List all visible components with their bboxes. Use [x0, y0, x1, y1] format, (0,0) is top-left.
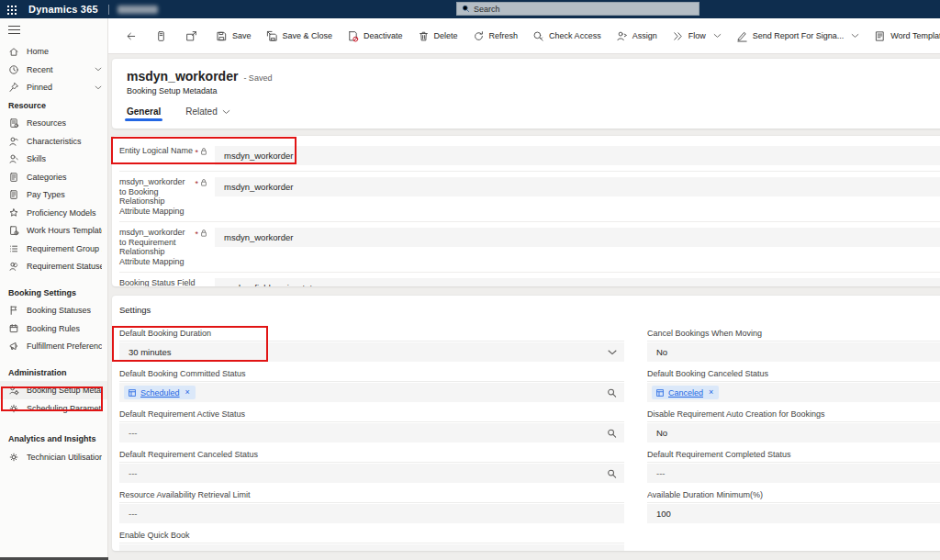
default-requirement-canceled-status-lookup[interactable]: ---	[119, 464, 624, 483]
sidebar-item-pay-types[interactable]: Pay Types	[0, 185, 107, 204]
sidebar-item-booking-setup-metadata[interactable]: Booking Setup Meta...	[0, 381, 107, 399]
word-templates-button[interactable]: Word Templates	[867, 24, 940, 48]
environment-name-redacted[interactable]	[118, 6, 158, 14]
remove-value-icon[interactable]: ×	[709, 388, 713, 397]
required-asterisk: *	[195, 180, 198, 188]
settings-right-column: Cancel Bookings When Moving No Default B…	[647, 329, 940, 551]
sidebar-item-requirement-group[interactable]: Requirement Group ...	[0, 240, 107, 258]
sidebar-section-administration: Administration	[0, 364, 107, 382]
resource-availability-retrieval-limit-input[interactable]: ---	[119, 504, 624, 523]
field-enable-quick-book: Enable Quick Book No	[119, 531, 624, 551]
chevron-down-icon[interactable]	[608, 350, 617, 355]
cancel-bookings-when-moving-select[interactable]: No	[647, 342, 940, 362]
chevron-down-icon	[713, 33, 722, 39]
sidebar-item-recent[interactable]: Recent	[0, 61, 107, 79]
hamburger-menu-icon[interactable]	[8, 26, 20, 34]
app-title[interactable]: Dynamics 365	[28, 4, 98, 15]
refresh-button[interactable]: Refresh	[465, 24, 526, 48]
assign-button[interactable]: Assign	[609, 24, 665, 48]
sidebar-item-resources[interactable]: Resources	[0, 114, 107, 132]
tab-related[interactable]: Related	[185, 106, 229, 121]
required-asterisk: *	[195, 149, 198, 157]
default-booking-duration-select[interactable]: 30 minutes	[119, 342, 624, 362]
sidebar-item-work-hours-templates[interactable]: Work Hours Templates	[0, 221, 107, 240]
global-search-box[interactable]	[456, 2, 699, 16]
back-button[interactable]	[118, 24, 144, 48]
skills-icon	[8, 153, 19, 164]
topbar-divider	[108, 5, 109, 15]
remove-value-icon[interactable]: ×	[185, 388, 190, 397]
lookup-record-link[interactable]: Canceled	[668, 388, 703, 398]
deactivate-button[interactable]: Deactivate	[340, 24, 410, 48]
field-default-booking-canceled-status: Default Booking Canceled Status Canceled…	[647, 369, 940, 402]
field-default-requirement-canceled-status: Default Requirement Canceled Status ---	[119, 450, 624, 483]
lookup-search-icon[interactable]	[607, 387, 617, 398]
calendar-icon	[8, 323, 19, 334]
waffle-menu-icon[interactable]	[6, 5, 17, 15]
sidebar-item-proficiency-models[interactable]: Proficiency Models	[0, 204, 107, 222]
signature-icon	[736, 30, 748, 42]
field-requirement-relationship-mapping: msdyn_workorder to Requirement Relations…	[119, 222, 940, 273]
save-button[interactable]: Save	[208, 24, 259, 48]
flow-button[interactable]: Flow	[665, 24, 729, 48]
sidebar-item-characteristics[interactable]: Characteristics	[0, 132, 107, 151]
booking-relationship-mapping-input[interactable]: msdyn_workorder	[215, 177, 940, 196]
sidebar-item-skills[interactable]: Skills	[0, 150, 107, 168]
sidebar-item-scheduling-parameters[interactable]: Scheduling Parameters	[0, 399, 107, 418]
send-report-button[interactable]: Send Report For Signa...	[729, 24, 867, 48]
check-access-button[interactable]: Check Access	[525, 24, 609, 48]
categories-icon	[8, 172, 19, 183]
sidebar-item-booking-statuses[interactable]: Booking Statuses	[0, 301, 107, 319]
refresh-icon	[473, 30, 485, 42]
sidebar-item-booking-rules[interactable]: Booking Rules	[0, 319, 107, 338]
sidebar-item-fulfillment-preferences[interactable]: Fulfillment Preferences	[0, 337, 107, 355]
tab-general[interactable]: General	[127, 106, 161, 121]
lookup-pill-canceled[interactable]: Canceled ×	[652, 386, 719, 399]
save-and-close-icon	[266, 30, 278, 42]
record-title-row: msdyn_workorder - Saved	[112, 59, 940, 84]
default-booking-canceled-status-lookup[interactable]: Canceled ×	[647, 383, 940, 402]
booking-setup-metadata-icon	[8, 385, 19, 396]
field-cancel-bookings-when-moving: Cancel Bookings When Moving No	[647, 329, 940, 362]
check-access-icon	[532, 30, 544, 42]
field-label: Default Booking Canceled Status	[647, 369, 940, 382]
sidebar-item-categories[interactable]: Categories	[0, 168, 107, 186]
enable-quick-book-select[interactable]: No	[119, 544, 624, 551]
sidebar-item-technician-utilisation[interactable]: Technician Utilisation...	[0, 448, 107, 466]
field-label: msdyn_workorder to Requirement Relations…	[119, 228, 195, 266]
flow-icon	[672, 30, 684, 42]
lock-icon	[200, 229, 207, 241]
sidebar-item-pinned[interactable]: Pinned	[0, 78, 107, 96]
lookup-search-icon[interactable]	[607, 468, 617, 478]
lookup-search-icon[interactable]	[607, 428, 617, 438]
lookup-pill-scheduled[interactable]: Scheduled ×	[124, 386, 196, 399]
save-and-close-button[interactable]: Save & Close	[259, 24, 341, 48]
available-duration-minimum-input[interactable]: 100	[647, 504, 940, 523]
sidebar-item-home[interactable]: Home	[0, 42, 107, 61]
lookup-record-link[interactable]: Scheduled	[140, 388, 180, 398]
disable-requirement-auto-creation-select[interactable]: No	[647, 423, 940, 442]
settings-left-column: Default Booking Duration 30 minutes Defa…	[119, 329, 624, 551]
sidebar-item-requirement-statuses[interactable]: Requirement Statuses	[0, 257, 107, 275]
entity-logical-name-input[interactable]: msdyn_workorder	[215, 146, 940, 165]
record-icon	[155, 30, 167, 42]
delete-button[interactable]: Delete	[410, 24, 465, 48]
field-default-requirement-active-status: Default Requirement Active Status ---	[119, 409, 624, 442]
record-navigation-button[interactable]	[148, 24, 174, 48]
field-default-booking-duration: Default Booking Duration 30 minutes	[119, 329, 624, 362]
field-label: Booking Status Field Logical Name	[119, 278, 207, 286]
search-input[interactable]	[474, 5, 657, 14]
booking-status-logical-name-input[interactable]: msdyn_fieldservicestatus	[215, 278, 940, 286]
dynamics-365-window: Dynamics 365 Save Save & Close Deactivat…	[0, 0, 940, 560]
requirement-relationship-mapping-input[interactable]: msdyn_workorder	[215, 228, 940, 247]
field-entity-logical-name: Entity Logical Name * msdyn_workorder	[119, 140, 940, 172]
chevron-down-icon	[851, 33, 859, 39]
field-label: Available Duration Minimum(%)	[647, 490, 940, 503]
default-requirement-active-status-lookup[interactable]: ---	[119, 423, 624, 442]
open-in-new-window-button[interactable]	[178, 24, 205, 48]
back-arrow-icon	[125, 30, 137, 42]
default-requirement-completed-status-lookup[interactable]: ---	[647, 464, 940, 483]
sidebar-section-booking-settings: Booking Settings	[0, 284, 107, 302]
chevron-down-icon	[222, 109, 230, 115]
default-booking-committed-status-lookup[interactable]: Scheduled ×	[119, 383, 624, 402]
